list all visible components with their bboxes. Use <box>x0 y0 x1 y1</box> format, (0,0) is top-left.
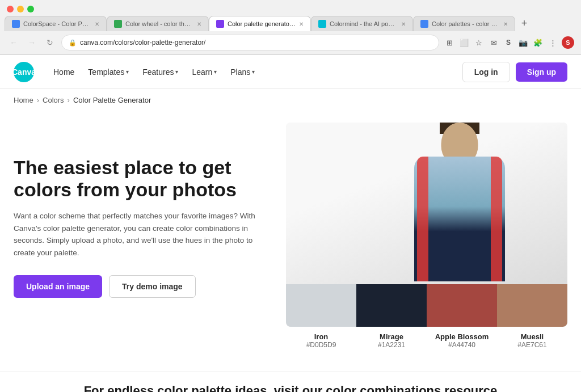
nav-features-label: Features <box>142 68 174 77</box>
bookmark-icon[interactable]: ☆ <box>473 37 485 48</box>
nav-templates-label: Templates <box>88 68 124 77</box>
address-bar[interactable]: 🔒 canva.com/colors/color-palette-generat… <box>61 35 439 50</box>
color-hex-iron: #D0D5D9 <box>286 341 356 349</box>
user-avatar[interactable]: S <box>562 36 574 49</box>
breadcrumb-colors[interactable]: Colors <box>43 96 64 104</box>
tab-title: ColorSpace - Color Palettes G... <box>23 20 91 27</box>
breadcrumb-sep-1: › <box>37 96 39 104</box>
color-palette-strip <box>286 284 567 327</box>
lock-icon: 🔒 <box>69 39 77 47</box>
tab-close-icon[interactable]: ✕ <box>401 21 406 27</box>
browser-toolbar: ← → ↻ 🔒 canva.com/colors/color-palette-g… <box>0 31 581 54</box>
upload-image-button[interactable]: Upload an image <box>14 275 102 298</box>
try-demo-button[interactable]: Try demo image <box>109 275 196 298</box>
tab-title: Color wheel - color theory and... <box>125 20 193 27</box>
breadcrumb-sep-2: › <box>68 96 70 104</box>
palette-label-apple-blossom: Apple Blossom #A44740 <box>427 332 497 349</box>
nav-learn-label: Learn <box>192 68 212 77</box>
features-chevron-icon: ▾ <box>175 69 178 75</box>
swatch-iron <box>286 284 356 327</box>
browser-tab[interactable]: Colormind - the AI powered c... ✕ <box>311 16 413 31</box>
browser-tab-bar: ColorSpace - Color Palettes G... ✕ Color… <box>0 16 581 31</box>
palette-labels: Iron #D0D5D9 Mirage #1A2231 Apple Blosso… <box>286 327 567 349</box>
minimize-traffic-light[interactable] <box>17 6 24 12</box>
templates-chevron-icon: ▾ <box>126 69 129 75</box>
fullscreen-traffic-light[interactable] <box>27 6 34 12</box>
browser-tab[interactable]: ColorSpace - Color Palettes G... ✕ <box>5 16 107 31</box>
forward-button[interactable]: → <box>25 36 39 49</box>
color-name-mirage: Mirage <box>356 332 427 341</box>
s-icon[interactable]: S <box>503 37 514 48</box>
swatch-apple-blossom <box>427 284 497 327</box>
hero-image-container: Iron #D0D5D9 Mirage #1A2231 Apple Blosso… <box>286 123 567 349</box>
mail-icon[interactable]: ✉ <box>488 37 499 48</box>
tab-favicon <box>114 20 122 28</box>
color-hex-mirage: #1A2231 <box>356 341 427 349</box>
page-content: Canva Home Templates ▾ Features ▾ Learn … <box>0 55 581 392</box>
tab-favicon <box>12 20 20 28</box>
nav-plans[interactable]: Plans ▾ <box>225 63 260 81</box>
login-button[interactable]: Log in <box>462 62 510 82</box>
nav-home[interactable]: Home <box>48 63 80 81</box>
hero-actions: Upload an image Try demo image <box>14 275 263 298</box>
bottom-section-title: For endless color palette ideas, visit o… <box>0 372 581 392</box>
shirt-stripe-right <box>491 157 502 281</box>
nav-templates[interactable]: Templates ▾ <box>82 63 134 81</box>
nav-home-label: Home <box>53 68 74 77</box>
color-hex-apple-blossom: #A44740 <box>427 341 497 349</box>
grid-icon[interactable]: ⊞ <box>444 37 455 48</box>
navbar: Canva Home Templates ▾ Features ▾ Learn … <box>0 55 581 89</box>
nav-links: Home Templates ▾ Features ▾ Learn ▾ Plan… <box>48 63 462 81</box>
shirt-stripe-left <box>417 157 428 281</box>
plans-chevron-icon: ▾ <box>252 69 255 75</box>
close-traffic-light[interactable] <box>7 6 14 12</box>
tab-title: Colormind - the AI powered c... <box>330 20 398 27</box>
browser-chrome: ColorSpace - Color Palettes G... ✕ Color… <box>0 0 581 55</box>
person-body <box>414 157 505 281</box>
tab-close-icon[interactable]: ✕ <box>197 21 201 27</box>
more-icon[interactable]: ⋮ <box>547 37 558 48</box>
palette-label-iron: Iron #D0D5D9 <box>286 332 356 349</box>
tab-title: Color palette generator | Canv... <box>228 20 296 27</box>
color-name-apple-blossom: Apple Blossom <box>427 332 497 341</box>
screen-icon[interactable]: ⬜ <box>458 37 470 48</box>
browser-tab[interactable]: Color wheel - color theory and... ✕ <box>107 16 209 31</box>
tab-favicon <box>420 20 428 28</box>
refresh-button[interactable]: ↻ <box>43 36 57 49</box>
tab-favicon <box>216 20 224 28</box>
swatch-muesli <box>497 284 567 327</box>
nav-plans-label: Plans <box>230 68 250 77</box>
palette-label-muesli: Muesli #AE7C61 <box>497 332 567 349</box>
signup-button[interactable]: Sign up <box>516 62 567 82</box>
browser-tab-active[interactable]: Color palette generator | Canv... ✕ <box>209 16 311 31</box>
tab-close-icon[interactable]: ✕ <box>299 21 304 27</box>
breadcrumb-current: Color Palette Generator <box>73 96 151 104</box>
hero-content: The easiest place to get colors from you… <box>14 123 263 298</box>
back-button[interactable]: ← <box>7 36 20 49</box>
nav-learn[interactable]: Learn ▾ <box>186 63 222 81</box>
palette-label-mirage: Mirage #1A2231 <box>356 332 427 349</box>
tab-close-icon[interactable]: ✕ <box>95 21 99 27</box>
address-text: canva.com/colors/color-palette-generator… <box>80 39 205 47</box>
new-tab-button[interactable]: + <box>517 17 531 31</box>
hero-section: The easiest place to get colors from you… <box>0 111 581 372</box>
camera-icon[interactable]: 📷 <box>517 37 529 48</box>
nav-features[interactable]: Features ▾ <box>137 63 184 81</box>
tab-title: Color palettes - color scheme... <box>432 20 500 27</box>
hero-title: The easiest place to get colors from you… <box>14 157 263 201</box>
canva-logo[interactable]: Canva <box>14 62 34 82</box>
color-hex-muesli: #AE7C61 <box>497 341 567 349</box>
tab-close-icon[interactable]: ✕ <box>503 21 508 27</box>
toolbar-right: ⊞ ⬜ ☆ ✉ S 📷 🧩 ⋮ S <box>444 36 574 49</box>
color-name-muesli: Muesli <box>497 332 567 341</box>
hero-description: Want a color scheme that perfectly match… <box>14 210 263 259</box>
extensions-icon[interactable]: 🧩 <box>532 37 544 48</box>
breadcrumb: Home › Colors › Color Palette Generator <box>0 89 581 111</box>
tab-favicon <box>318 20 326 28</box>
learn-chevron-icon: ▾ <box>214 69 217 75</box>
traffic-lights <box>0 0 581 16</box>
browser-tab[interactable]: Color palettes - color scheme... ✕ <box>413 16 515 31</box>
color-name-iron: Iron <box>286 332 356 341</box>
breadcrumb-home[interactable]: Home <box>14 96 33 104</box>
hero-image <box>286 123 567 327</box>
